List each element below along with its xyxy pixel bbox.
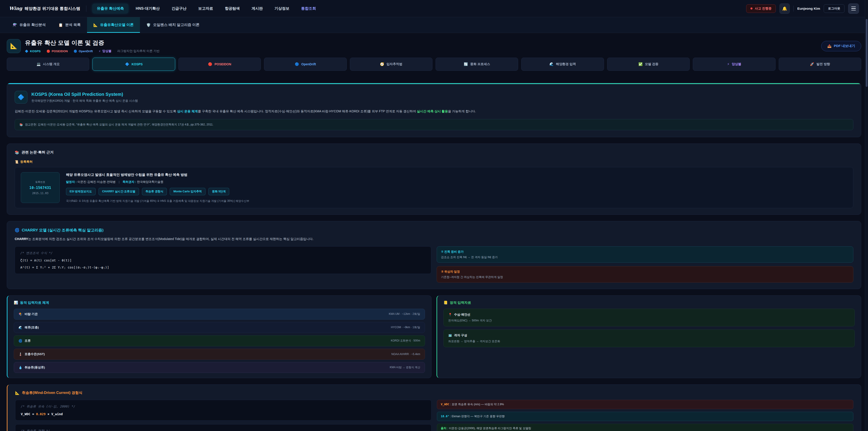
notifications-button[interactable]: 🔔 (779, 3, 790, 14)
row-bathymetry-coastline: 📍수심·해안선 전자해도(ENC) → 500m 격자 보간 (443, 309, 855, 326)
tab-oil-fence-algorithm-theory[interactable]: 🛡️ 오일펜스 배치 알고리즘 이론 (140, 17, 206, 33)
reference-text: 참고문헌: 김혜진·이문진·오세웅·강준묵, “유출유 확산 예측 모델의 상시… (25, 123, 213, 127)
section-nav: 💻 시스템 개요 🔷 KOSPS 🔴 POSEIDON 🔵 OpenDrift … (7, 58, 861, 71)
ledger-icon: 📒 (443, 301, 448, 305)
section-pill-kosps[interactable]: 🔷 KOSPS (92, 58, 175, 71)
row-description: 전자해도(ENC) → 500m 격자 보간 (448, 319, 850, 322)
row-source-value: HYCOM · ~9km · 1회/일 (391, 326, 420, 329)
inventors: 이문진·김혜진·이승현·전태병 (78, 180, 116, 184)
bell-icon: 🔔 (782, 6, 787, 11)
red-circle-icon: 🔴 (208, 62, 212, 66)
bar-chart-icon: 📊 (14, 301, 18, 305)
logo-mark: Wing (9, 6, 22, 11)
nav-weather-info[interactable]: 기상정보 (270, 4, 294, 13)
kosps-description: 김혜진·이문진·오세웅·강준묵(2011)이 개발한 KOSPS는 유류오염사고… (15, 109, 853, 114)
charry-model-card: 🌀 CHARRY 모델 (실시간 조류예측 핵심 알고리즘) CHARRY는 조… (7, 221, 861, 289)
charry-columns: /* 변조조석 수식 */ ζ(t) = A(t) cos[σt - θ(t)]… (15, 246, 853, 282)
modulated-tide-formula-block: /* 변조조석 수식 */ ζ(t) = A(t) cos[σt - θ(t)]… (15, 246, 431, 274)
tab-label: 분석 목록 (65, 23, 81, 27)
patent-holder: 한국해양과학기술원 (137, 180, 163, 184)
wdc-formula-column: /* 취송류 유속 (이·강, 2000) */ V_WDC = 0.029 ×… (15, 400, 432, 431)
nav-aerial-search[interactable]: 항공탐색 (220, 4, 244, 13)
app-title: 해양환경 위기대응 통합시스템 (24, 6, 80, 11)
patent-tags: ESI 방제정보지도 CHARRY 실시간 조류모델 취송류 경험식 Monte… (66, 188, 249, 195)
section-pill-marine-env-input[interactable]: 🌊 해양환경 입력 (521, 58, 604, 71)
nav-integrated-search[interactable]: 통합조회 (297, 4, 320, 13)
nav-reports[interactable]: 보고자료 (194, 4, 218, 13)
app-logo[interactable]: Wing 해양환경 위기대응 통합시스템 (9, 6, 80, 11)
nav-oil-spill-prediction[interactable]: 유출유 확산예측 (92, 4, 128, 13)
cyclone-icon: 🌀 (15, 228, 20, 233)
section-pill-particle-tracking[interactable]: 🧭 입자추적법 (350, 58, 432, 71)
lightning-icon: ⚡ (727, 62, 730, 66)
row-description: 좌표변환 → 영역추출 → 격자보간 표준화 (448, 339, 850, 343)
patent-tag: CHARRY 실시간 조류모델 (98, 188, 139, 195)
static-input-card: 📒 정적 입력자료 📍수심·해안선 전자해도(ENC) → 500m 격자 보간… (436, 296, 861, 378)
wdc-columns: /* 취송류 유속 (이·강, 2000) */ V_WDC = 0.029 ×… (15, 400, 853, 431)
user-name: Eunjeong Kim (797, 6, 820, 10)
section-pill-weathering-process[interactable]: 🔄 풍화 프로세스 (436, 58, 518, 71)
incident-status-label: 사고 진행중 (755, 6, 772, 11)
menu-button[interactable] (848, 3, 859, 14)
coefficient-value: 0.029 (36, 412, 45, 416)
badge-ensemble: ⚡ 앙상블 (99, 49, 112, 53)
pdf-export-button[interactable]: 📤 PDF 내보내기 (821, 41, 861, 51)
national-rnd-note: 국가R&D: ① 3차원 유출유 확산예측 기반 방제 지원기술 개발 (기여율… (66, 199, 249, 203)
row-wind-driven-current: 💧취송류(풍성류) KMA 바람 → 경험식 계산 (14, 362, 425, 373)
logout-button[interactable]: 로그아웃 (824, 4, 844, 13)
nav-emergency-rescue[interactable]: 긴급구난 (167, 4, 191, 13)
tab-diffusion-model-theory[interactable]: 📐 유출유확산모델 이론 (87, 17, 140, 33)
patent-detail: 해양 유류오염사고 발생시 효율적인 방제방안 수립을 위한 유출유 확산 예측… (66, 172, 249, 203)
tab-spill-analysis[interactable]: ⚗️ 유출유 확산분석 (6, 17, 52, 33)
row-tidal-current: 🌀조류 KORDI 조화분석 · 500m (14, 335, 425, 346)
tab-label: 유출유확산모델 이론 (100, 23, 133, 27)
badge-kosps: 🔷 KOSPS (25, 50, 41, 53)
map-icon: 🗺️ (448, 334, 452, 337)
scrollbar-thumb[interactable] (866, 19, 868, 87)
patent-registration-box: 등록번호 10-1567431 2015.11.03 (21, 172, 60, 203)
row-sea-surface-temperature: 🌡️표층수온(SST) NOAA AVHRR · ~5.4km (14, 349, 425, 360)
evidence-card: 📚 관련 논문·특허 근거 📜 등록특허 등록번호 10-1567431 201… (7, 144, 861, 215)
row-source-value: NOAA AVHRR · ~5.4km (392, 352, 420, 356)
patent-item: 등록번호 10-1567431 2015.11.03 해양 유류오염사고 발생시… (15, 167, 853, 208)
wave-icon: 🌊 (19, 326, 22, 329)
badge-opendrift: 🔵 OpenDrift (74, 50, 93, 53)
input-data-section: 📊 동적 입력자료 체계 🪁바람·기온 KMA UM · ~12km · 2회/… (7, 296, 861, 378)
note-source: 출처 : 이문진·강용균(2000), 해양 표면취송류 라그랑지안 측류 및 … (437, 424, 853, 431)
model-badges: 🔷 KOSPS 🔴 POSEIDON 🔵 OpenDrift ⚡ 앙상블 라그랑… (25, 49, 160, 53)
section-pill-poseidon[interactable]: 🔴 POSEIDON (178, 58, 261, 71)
note-phase-difference: ② 위상차 일정 기준점–격자점 간 위상차는 진폭에 무관하게 일정 (437, 266, 853, 282)
patent-title: 해양 유류오염사고 발생시 효율적인 방제방안 수립을 위한 유출유 확산 예측… (66, 172, 249, 177)
kosps-subheading: 한국해양연구원(KORDI) 개발 · 한국 해역 특화 유출유 확산 예측 상… (31, 99, 138, 103)
page-subtitle: 라그랑지안 입자추적 이론 기반 (117, 49, 160, 53)
blue-diamond-icon: 🔷 (18, 94, 24, 100)
code-comment: /* 취송류 편향 */ (21, 429, 426, 431)
page-header: 📐 유출유 확산 모델 이론 및 검증 🔷 KOSPS 🔴 POSEIDON 🔵… (0, 33, 868, 53)
note-wdc-speed: V_WDC : 표면 취송류 유속 (m/s) — 바람의 약 2.9% (437, 400, 853, 409)
page-scrollbar[interactable] (865, 0, 868, 431)
red-circle-icon: 🔴 (46, 50, 50, 53)
blue-diamond-icon: 🔷 (125, 62, 129, 66)
top-right-cluster: 사고 진행중 🔔 Eunjeong Kim 로그아웃 (746, 3, 859, 14)
static-input-heading: 📒 정적 입력자료 (443, 301, 855, 305)
tab-analysis-list[interactable]: 📋 분석 목록 (52, 17, 87, 33)
row-source-value: KMA UM · ~12km · 2회/일 (389, 312, 420, 316)
kosps-heading: KOSPS (Korea Oil Spill Prediction System… (31, 92, 138, 97)
row-grid-composition: 🗺️격자 구성 좌표변환 → 영역추출 → 격자보간 표준화 (443, 330, 855, 347)
triangular-ruler-icon: 📐 (10, 42, 18, 50)
section-pill-ensemble[interactable]: ⚡ 앙상블 (693, 58, 775, 71)
nav-hns-atmospheric[interactable]: HNS·대기확산 (131, 4, 164, 13)
code-comment: /* 변조조석 수식 */ (20, 251, 426, 255)
wind-driven-current-card: 📐 취송류(Wind-Driven Current) 경험식 /* 취송류 유속… (7, 384, 861, 431)
section-pill-model-validation[interactable]: ✅ 모델 검증 (607, 58, 690, 71)
note-ekman-deflection: 18.6° : Ekman 편향각 — 북반구 기준 풍향 우편향 (437, 412, 853, 421)
reference-box: 📚 참고문헌: 김혜진·이문진·오세웅·강준묵, “유출유 확산 예측 모델의 … (15, 119, 853, 130)
section-pill-opendrift[interactable]: 🔵 OpenDrift (264, 58, 346, 71)
status-dot-icon (750, 7, 752, 9)
section-pill-system-overview[interactable]: 💻 시스템 개요 (7, 58, 89, 71)
rocket-icon: 🚀 (810, 62, 814, 66)
patent-tag: 취송류 경험식 (142, 188, 167, 195)
formula-line: V_WDC = 0.029 × V_wind (21, 412, 426, 416)
nav-board[interactable]: 게시판 (247, 4, 268, 13)
section-pill-future-direction[interactable]: 🚀 발전 방향 (779, 58, 861, 71)
